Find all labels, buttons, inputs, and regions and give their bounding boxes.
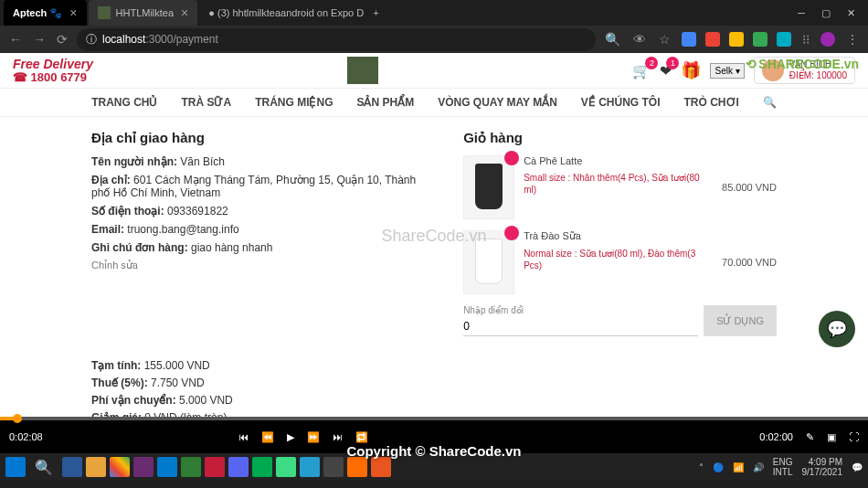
taskbar-app[interactable] bbox=[181, 457, 201, 477]
taskbar-app[interactable] bbox=[133, 457, 153, 477]
taskbar-app[interactable] bbox=[157, 457, 177, 477]
chat-bubble-icon[interactable]: 💬 bbox=[819, 311, 855, 347]
nav-link[interactable]: VỀ CHÚNG TÔI bbox=[581, 96, 661, 109]
order-totals: Tạm tính: 155.000 VND Thuế (5%): 7.750 V… bbox=[91, 359, 436, 419]
extension-icons: 🔍 👁 ☆ ⁝⁝ ⋮ bbox=[603, 30, 861, 48]
browser-titlebar: Aptech 🐾 × HHTLMilktea × ● (3) hhtlmilkt… bbox=[0, 0, 868, 26]
system-clock[interactable]: 4:09 PM 9/17/2021 bbox=[802, 457, 843, 477]
reload-icon[interactable]: ⟳ bbox=[55, 30, 69, 48]
nav-link[interactable]: TRÁNG MIỆNG bbox=[255, 96, 333, 109]
rewind-icon[interactable]: ⏪ bbox=[261, 431, 274, 443]
edit-link[interactable]: Chỉnh sửa bbox=[91, 260, 436, 271]
forward-icon[interactable]: → bbox=[31, 30, 48, 48]
close-window-icon[interactable]: ✕ bbox=[847, 7, 855, 19]
new-tab-button[interactable]: + bbox=[365, 7, 386, 18]
apply-points-button[interactable]: SỬ DỤNG bbox=[704, 305, 777, 336]
taskbar-app[interactable] bbox=[276, 457, 296, 477]
start-icon[interactable] bbox=[5, 457, 26, 477]
ext-icon[interactable] bbox=[705, 32, 720, 47]
windows-taskbar: 🔍 ˄ 🔵 📶 🔊 ENG INTL 4:09 PM 9/17/2021 💬 bbox=[0, 453, 868, 481]
cart-title: Giỏ hàng bbox=[463, 130, 777, 146]
tray-icon[interactable]: 🔊 bbox=[753, 462, 764, 472]
heart-icon[interactable]: ❤1 bbox=[660, 62, 672, 80]
prev-icon[interactable]: ⏮ bbox=[238, 431, 249, 443]
video-duration: 0:02:00 bbox=[759, 431, 793, 442]
main-nav: TRANG CHỦ TRÀ SỮA TRÁNG MIỆNG SẢN PHẨM V… bbox=[0, 88, 868, 117]
product-name: Trà Đào Sữa bbox=[524, 230, 713, 242]
taskbar-app[interactable] bbox=[86, 457, 106, 477]
loop-icon[interactable]: 🔁 bbox=[355, 431, 368, 443]
taskbar-app[interactable] bbox=[323, 457, 344, 477]
delivery-banner: Free Delivery ☎ 1800 6779 bbox=[13, 58, 93, 84]
nav-link[interactable]: TRANG CHỦ bbox=[91, 96, 157, 109]
task-search-icon[interactable]: 🔍 bbox=[29, 459, 58, 476]
favicon bbox=[98, 6, 111, 19]
tray-icon[interactable]: 🔵 bbox=[713, 462, 724, 472]
ext-icon[interactable] bbox=[777, 32, 791, 47]
taskbar-app[interactable] bbox=[371, 457, 391, 477]
next-icon[interactable]: ⏭ bbox=[333, 431, 343, 443]
profile-icon[interactable] bbox=[820, 32, 835, 47]
address-row: Địa chỉ: 601 Cách Mạng Tháng Tám, Phường… bbox=[91, 174, 436, 199]
back-icon[interactable]: ← bbox=[7, 30, 24, 48]
shipping-title: Địa chỉ giao hàng bbox=[91, 130, 436, 146]
fullscreen-icon[interactable]: ⛶ bbox=[849, 431, 859, 442]
search-icon[interactable]: 🔍 bbox=[763, 96, 777, 109]
star-icon[interactable]: ☆ bbox=[657, 30, 672, 48]
browser-tab[interactable]: HHTLMilktea × bbox=[89, 0, 198, 26]
email-row: Email: truong.bang@tang.info bbox=[91, 223, 436, 236]
info-icon: ⓘ bbox=[86, 32, 97, 48]
tab-title: HHTLMilktea bbox=[116, 7, 175, 18]
browser-tab[interactable]: Aptech 🐾 × bbox=[4, 0, 87, 26]
edit-icon[interactable]: ✎ bbox=[806, 431, 814, 443]
nav-link[interactable]: SẢN PHẨM bbox=[356, 96, 414, 109]
search-icon[interactable]: 🔍 bbox=[603, 30, 622, 48]
puzzle-icon[interactable]: ⁝⁝ bbox=[800, 30, 811, 48]
tray-chevron-icon[interactable]: ˄ bbox=[699, 462, 704, 472]
taskbar-app[interactable] bbox=[300, 457, 320, 477]
close-icon[interactable]: × bbox=[69, 5, 77, 20]
product-name: Cà Phê Latte bbox=[524, 155, 713, 166]
taskbar-app[interactable] bbox=[252, 457, 272, 477]
product-price: 70.000 VND bbox=[722, 257, 777, 268]
cart-icon[interactable]: 🛒2 bbox=[632, 62, 651, 80]
screenshot-icon[interactable]: ▣ bbox=[827, 431, 836, 443]
nav-link[interactable]: TRÀ SỮA bbox=[181, 96, 231, 109]
keyboard-layout[interactable]: ENG INTL bbox=[773, 457, 793, 477]
eye-icon[interactable]: 👁 bbox=[631, 30, 648, 48]
play-icon[interactable]: ▶ bbox=[287, 431, 294, 443]
site-logo[interactable] bbox=[347, 57, 378, 84]
menu-icon[interactable]: ⋮ bbox=[844, 30, 861, 48]
url-input[interactable]: ⓘ localhost:3000/payment bbox=[77, 28, 596, 51]
product-desc: Normal size : Sữa tươi(80 ml), Đào thêm(… bbox=[524, 248, 713, 271]
points-input[interactable] bbox=[463, 317, 698, 336]
watermark-top: ⟲SHARECODE.vn bbox=[746, 57, 859, 71]
ext-icon[interactable] bbox=[729, 32, 744, 47]
video-progress[interactable] bbox=[0, 417, 868, 420]
maximize-icon[interactable]: ▢ bbox=[821, 7, 831, 19]
page-content: ⟲SHARECODE.vn Free Delivery ☎ 1800 6779 … bbox=[0, 53, 868, 419]
gift-icon[interactable]: 🎁 bbox=[681, 60, 701, 80]
taskbar-app[interactable] bbox=[205, 457, 225, 477]
tray-icon[interactable]: 📶 bbox=[733, 462, 744, 472]
taskbar-app[interactable] bbox=[347, 457, 367, 477]
cart-item: Cà Phê Latte Small size : Nhân thêm(4 Pc… bbox=[463, 155, 777, 219]
note-row: Ghi chú đơn hàng: giao hàng nhanh bbox=[91, 241, 436, 254]
nav-link[interactable]: TRÒ CHƠI bbox=[684, 96, 739, 109]
minimize-icon[interactable]: ─ bbox=[798, 7, 805, 19]
ext-icon[interactable] bbox=[682, 32, 696, 47]
recipient-row: Tên người nhận: Văn Bích bbox=[91, 155, 436, 168]
nav-link[interactable]: VÒNG QUAY MAY MẮN bbox=[438, 96, 557, 109]
browser-tab[interactable]: ● (3) hhtlmilkteaandroid on Expo D… × bbox=[199, 0, 364, 26]
ext-icon[interactable] bbox=[753, 32, 767, 47]
close-icon[interactable]: × bbox=[181, 5, 188, 20]
language-selector[interactable]: Selk ▾ bbox=[710, 63, 744, 79]
video-time: 0:02:08 bbox=[9, 431, 43, 442]
product-image bbox=[463, 155, 514, 219]
taskbar-app[interactable] bbox=[62, 457, 82, 477]
taskbar-app[interactable] bbox=[228, 457, 249, 477]
points-label: Nhập điểm đổi bbox=[463, 305, 698, 315]
notification-icon[interactable]: 💬 bbox=[852, 462, 863, 472]
forward-icon[interactable]: ⏩ bbox=[307, 431, 320, 443]
taskbar-app[interactable] bbox=[110, 457, 130, 477]
